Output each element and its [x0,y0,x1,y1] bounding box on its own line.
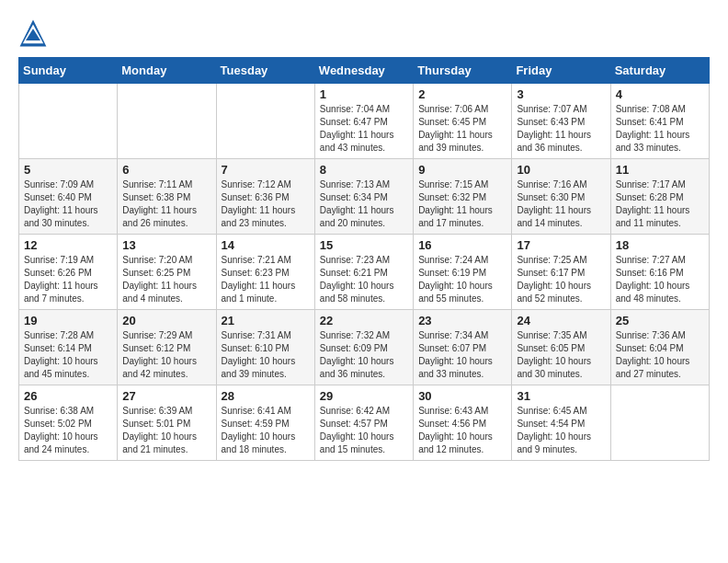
day-info: Sunrise: 6:43 AM Sunset: 4:56 PM Dayligh… [418,405,506,456]
day-number: 3 [517,87,605,101]
calendar-table: SundayMondayTuesdayWednesdayThursdayFrid… [18,57,710,461]
calendar-cell: 10Sunrise: 7:16 AM Sunset: 6:30 PM Dayli… [512,159,610,235]
day-number: 31 [517,389,605,403]
calendar-cell: 3Sunrise: 7:07 AM Sunset: 6:43 PM Daylig… [512,84,610,159]
day-number: 7 [222,163,310,177]
calendar-cell [610,385,709,461]
calendar-cell: 31Sunrise: 6:45 AM Sunset: 4:54 PM Dayli… [512,385,610,461]
day-number: 20 [122,314,210,327]
day-info: Sunrise: 7:06 AM Sunset: 6:45 PM Dayligh… [418,103,506,155]
day-info: Sunrise: 7:27 AM Sunset: 6:16 PM Dayligh… [616,254,704,305]
calendar-cell: 1Sunrise: 7:04 AM Sunset: 6:47 PM Daylig… [314,84,413,159]
calendar-header-wednesday: Wednesday [314,58,413,84]
calendar-cell: 7Sunrise: 7:12 AM Sunset: 6:36 PM Daylig… [216,159,314,235]
calendar-header-sunday: Sunday [19,58,118,84]
calendar-header-friday: Friday [512,58,610,84]
calendar-cell: 27Sunrise: 6:39 AM Sunset: 5:01 PM Dayli… [118,385,216,461]
day-info: Sunrise: 7:36 AM Sunset: 6:04 PM Dayligh… [616,329,704,381]
page-header [18,18,710,48]
calendar-header-thursday: Thursday [414,58,512,84]
calendar-cell: 17Sunrise: 7:25 AM Sunset: 6:17 PM Dayli… [512,235,610,310]
day-info: Sunrise: 6:39 AM Sunset: 5:01 PM Dayligh… [122,405,210,456]
calendar-header-monday: Monday [118,58,216,84]
day-number: 17 [517,238,605,252]
calendar-week-row: 5Sunrise: 7:09 AM Sunset: 6:40 PM Daylig… [19,159,710,235]
calendar-cell [19,84,118,159]
calendar-cell: 8Sunrise: 7:13 AM Sunset: 6:34 PM Daylig… [314,159,413,235]
day-number: 1 [320,87,408,101]
calendar-cell: 5Sunrise: 7:09 AM Sunset: 6:40 PM Daylig… [19,159,118,235]
day-info: Sunrise: 7:17 AM Sunset: 6:28 PM Dayligh… [616,178,704,230]
calendar-cell: 13Sunrise: 7:20 AM Sunset: 6:25 PM Dayli… [118,235,216,310]
calendar-cell: 26Sunrise: 6:38 AM Sunset: 5:02 PM Dayli… [19,385,118,461]
day-number: 28 [222,389,310,403]
day-number: 30 [418,389,506,403]
calendar-cell: 15Sunrise: 7:23 AM Sunset: 6:21 PM Dayli… [314,235,413,310]
logo [18,18,51,48]
day-info: Sunrise: 7:35 AM Sunset: 6:05 PM Dayligh… [517,329,605,381]
calendar-cell: 11Sunrise: 7:17 AM Sunset: 6:28 PM Dayli… [610,159,709,235]
day-number: 11 [616,163,704,177]
calendar-cell: 4Sunrise: 7:08 AM Sunset: 6:41 PM Daylig… [610,84,709,159]
day-number: 22 [320,314,408,327]
day-info: Sunrise: 7:25 AM Sunset: 6:17 PM Dayligh… [517,254,605,305]
day-info: Sunrise: 7:19 AM Sunset: 6:26 PM Dayligh… [24,254,112,305]
calendar-week-row: 19Sunrise: 7:28 AM Sunset: 6:14 PM Dayli… [19,310,710,385]
day-number: 5 [24,163,112,177]
day-info: Sunrise: 7:15 AM Sunset: 6:32 PM Dayligh… [418,178,506,230]
calendar-cell: 24Sunrise: 7:35 AM Sunset: 6:05 PM Dayli… [512,310,610,385]
calendar-cell: 6Sunrise: 7:11 AM Sunset: 6:38 PM Daylig… [118,159,216,235]
day-info: Sunrise: 7:29 AM Sunset: 6:12 PM Dayligh… [122,329,210,381]
calendar-header-row: SundayMondayTuesdayWednesdayThursdayFrid… [19,58,710,84]
calendar-cell: 22Sunrise: 7:32 AM Sunset: 6:09 PM Dayli… [314,310,413,385]
calendar-cell: 25Sunrise: 7:36 AM Sunset: 6:04 PM Dayli… [610,310,709,385]
day-info: Sunrise: 7:20 AM Sunset: 6:25 PM Dayligh… [122,254,210,305]
day-info: Sunrise: 6:45 AM Sunset: 4:54 PM Dayligh… [517,405,605,456]
calendar-cell: 29Sunrise: 6:42 AM Sunset: 4:57 PM Dayli… [314,385,413,461]
calendar-header-tuesday: Tuesday [216,58,314,84]
day-number: 26 [24,389,112,403]
day-number: 15 [320,238,408,252]
day-info: Sunrise: 7:21 AM Sunset: 6:23 PM Dayligh… [222,254,310,305]
calendar-cell: 12Sunrise: 7:19 AM Sunset: 6:26 PM Dayli… [19,235,118,310]
day-info: Sunrise: 7:08 AM Sunset: 6:41 PM Dayligh… [616,103,704,155]
day-info: Sunrise: 7:04 AM Sunset: 6:47 PM Dayligh… [320,103,408,155]
day-info: Sunrise: 7:32 AM Sunset: 6:09 PM Dayligh… [320,329,408,381]
calendar-week-row: 26Sunrise: 6:38 AM Sunset: 5:02 PM Dayli… [19,385,710,461]
day-info: Sunrise: 6:38 AM Sunset: 5:02 PM Dayligh… [24,405,112,456]
calendar-cell: 14Sunrise: 7:21 AM Sunset: 6:23 PM Dayli… [216,235,314,310]
day-info: Sunrise: 7:12 AM Sunset: 6:36 PM Dayligh… [222,178,310,230]
calendar-cell [216,84,314,159]
day-number: 23 [418,314,506,327]
day-number: 4 [616,87,704,101]
day-number: 24 [517,314,605,327]
calendar-cell: 16Sunrise: 7:24 AM Sunset: 6:19 PM Dayli… [414,235,512,310]
calendar-header-saturday: Saturday [610,58,709,84]
day-info: Sunrise: 6:42 AM Sunset: 4:57 PM Dayligh… [320,405,408,456]
day-number: 14 [222,238,310,252]
day-number: 9 [418,163,506,177]
day-info: Sunrise: 6:41 AM Sunset: 4:59 PM Dayligh… [222,405,310,456]
day-number: 12 [24,238,112,252]
day-number: 10 [517,163,605,177]
day-number: 19 [24,314,112,327]
day-number: 27 [122,389,210,403]
calendar-cell: 20Sunrise: 7:29 AM Sunset: 6:12 PM Dayli… [118,310,216,385]
day-info: Sunrise: 7:13 AM Sunset: 6:34 PM Dayligh… [320,178,408,230]
calendar-cell: 21Sunrise: 7:31 AM Sunset: 6:10 PM Dayli… [216,310,314,385]
calendar-cell: 2Sunrise: 7:06 AM Sunset: 6:45 PM Daylig… [414,84,512,159]
day-number: 13 [122,238,210,252]
calendar-week-row: 12Sunrise: 7:19 AM Sunset: 6:26 PM Dayli… [19,235,710,310]
calendar-cell [118,84,216,159]
day-info: Sunrise: 7:11 AM Sunset: 6:38 PM Dayligh… [122,178,210,230]
day-number: 18 [616,238,704,252]
day-info: Sunrise: 7:16 AM Sunset: 6:30 PM Dayligh… [517,178,605,230]
day-info: Sunrise: 7:24 AM Sunset: 6:19 PM Dayligh… [418,254,506,305]
calendar-cell: 28Sunrise: 6:41 AM Sunset: 4:59 PM Dayli… [216,385,314,461]
day-number: 29 [320,389,408,403]
calendar-cell: 23Sunrise: 7:34 AM Sunset: 6:07 PM Dayli… [414,310,512,385]
day-number: 6 [122,163,210,177]
day-number: 25 [616,314,704,327]
day-info: Sunrise: 7:34 AM Sunset: 6:07 PM Dayligh… [418,329,506,381]
day-info: Sunrise: 7:23 AM Sunset: 6:21 PM Dayligh… [320,254,408,305]
